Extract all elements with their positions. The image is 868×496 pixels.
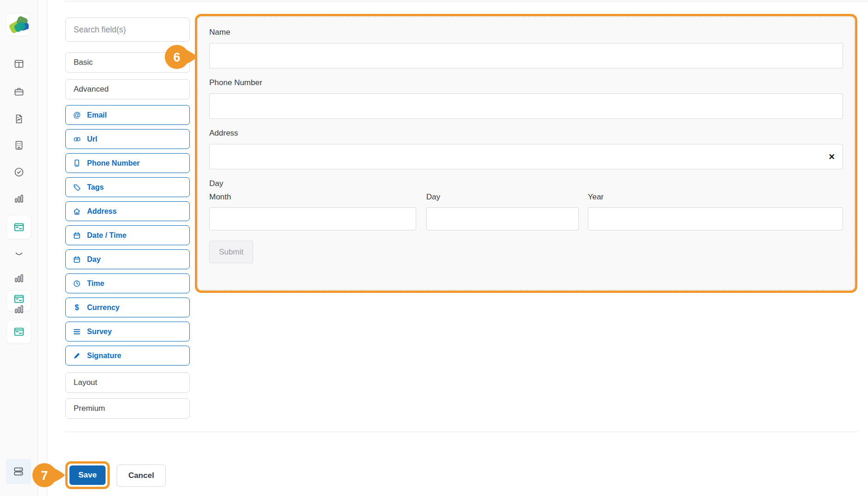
form-preview-highlight: Name Phone Number Address × Day Month Da… (195, 14, 857, 293)
category-advanced-label: Advanced (74, 85, 109, 94)
chevron-arc-icon (13, 248, 25, 260)
sidebar-item-tasks[interactable] (13, 166, 25, 178)
at-icon: @ (73, 111, 81, 119)
sidebar-item-collapsed[interactable] (13, 248, 25, 260)
dollar-icon: $ (73, 304, 81, 312)
category-premium-button[interactable]: Premium (65, 398, 190, 419)
annotation-step-number: 6 (173, 50, 180, 64)
save-button-highlight: Save (65, 461, 110, 489)
field-button-label: Tags (87, 183, 104, 192)
sidebar-gutter (38, 0, 48, 496)
category-advanced-button[interactable]: Advanced (65, 79, 190, 99)
year-input[interactable] (588, 207, 843, 230)
sidebar-item-report[interactable] (13, 113, 25, 125)
calendar-icon (73, 232, 81, 239)
app-logo[interactable] (6, 13, 30, 36)
search-input[interactable] (66, 25, 189, 35)
columns-icon (13, 58, 25, 69)
annotation-marker-7: 7 (32, 463, 65, 488)
month-subfield: Month (209, 192, 416, 230)
field-button-label: Day (87, 255, 100, 264)
save-button[interactable]: Save (69, 465, 106, 485)
field-palette-panel: Basic Advanced @ Email Url Phone Number (65, 18, 190, 425)
server-icon (12, 465, 25, 477)
address-field-wrap: × (209, 144, 843, 169)
field-button-phone-number[interactable]: Phone Number (65, 153, 190, 173)
category-premium-label: Premium (74, 404, 105, 413)
annotation-marker-6: 6 (164, 44, 198, 69)
field-button-url[interactable]: Url (65, 129, 190, 149)
field-button-time[interactable]: Time (65, 273, 190, 293)
pen-icon (73, 352, 81, 360)
field-button-survey[interactable]: Survey (65, 322, 190, 341)
phone-field-label: Phone Number (209, 78, 843, 87)
logo-leaves-icon (7, 14, 29, 35)
day-field-label: Day (209, 179, 843, 188)
briefcase-icon (13, 86, 25, 97)
field-button-label: Url (87, 135, 97, 143)
mobile-icon (73, 159, 81, 167)
annotation-step-number: 7 (41, 469, 48, 483)
year-subfield: Year (588, 192, 843, 230)
sidebar-item-reports2[interactable] (13, 272, 25, 284)
sidebar-item-organization[interactable] (13, 139, 25, 151)
sidebar-item-briefcase[interactable] (13, 86, 25, 98)
address-field-label: Address (209, 129, 843, 138)
field-button-tags[interactable]: Tags (65, 177, 190, 197)
field-button-address[interactable]: Address (65, 201, 190, 221)
report-document-icon (13, 113, 25, 124)
year-sub-label: Year (588, 192, 843, 202)
name-field-label: Name (209, 28, 843, 37)
field-button-label: Currency (87, 304, 119, 312)
bar-chart-icon (13, 193, 25, 204)
clear-field-icon[interactable]: × (829, 152, 835, 162)
phone-input[interactable] (209, 93, 843, 119)
name-input[interactable] (209, 43, 843, 68)
cancel-button[interactable]: Cancel (117, 465, 166, 487)
clock-icon (73, 280, 81, 287)
address-input[interactable] (209, 144, 843, 169)
sidebar-item-chart-overlap[interactable] (13, 303, 25, 315)
field-button-day[interactable]: Day (65, 249, 190, 269)
bar-chart-icon (13, 304, 25, 315)
field-button-label: Time (87, 279, 104, 288)
home-icon (73, 208, 81, 215)
field-button-currency[interactable]: $ Currency (65, 298, 190, 317)
field-button-signature[interactable]: Signature (65, 346, 190, 366)
sidebar-item-form3[interactable] (6, 320, 31, 344)
month-sub-label: Month (209, 192, 416, 202)
day-subfield: Day (426, 192, 579, 230)
day-field-group: Month Day Year (209, 192, 843, 230)
link-icon (73, 136, 81, 143)
search-field-box (65, 18, 190, 42)
sidebar-item-data[interactable] (6, 459, 31, 484)
field-button-label: Date / Time (87, 231, 126, 240)
field-button-email[interactable]: @ Email (65, 105, 190, 125)
footer-divider (65, 432, 857, 432)
form-card-icon (13, 221, 25, 233)
submit-button[interactable]: Submit (209, 241, 253, 263)
field-button-label: Address (87, 207, 117, 216)
form-canvas: Name Phone Number Address × Day Month Da… (198, 17, 855, 290)
category-basic-label: Basic (74, 58, 93, 67)
sidebar-item-forms-active[interactable] (6, 215, 31, 239)
day-sub-label: Day (426, 192, 579, 202)
tag-icon (73, 184, 81, 191)
list-icon (73, 329, 81, 335)
form-card-icon (13, 326, 25, 338)
month-input[interactable] (209, 207, 416, 230)
sidebar-item-analytics[interactable] (13, 192, 25, 205)
building-icon (13, 140, 25, 151)
field-button-date-time[interactable]: Date / Time (65, 225, 190, 245)
category-layout-button[interactable]: Layout (65, 372, 190, 393)
field-button-label: Survey (87, 328, 112, 336)
field-button-label: Email (87, 111, 107, 119)
bar-chart-icon (13, 273, 25, 284)
field-button-label: Signature (87, 352, 121, 360)
calendar-icon (73, 256, 81, 263)
check-circle-icon (13, 167, 25, 178)
day-input[interactable] (426, 207, 579, 230)
top-divider (65, 1, 868, 1)
category-layout-label: Layout (74, 378, 97, 387)
sidebar-item-layout[interactable] (13, 58, 25, 70)
